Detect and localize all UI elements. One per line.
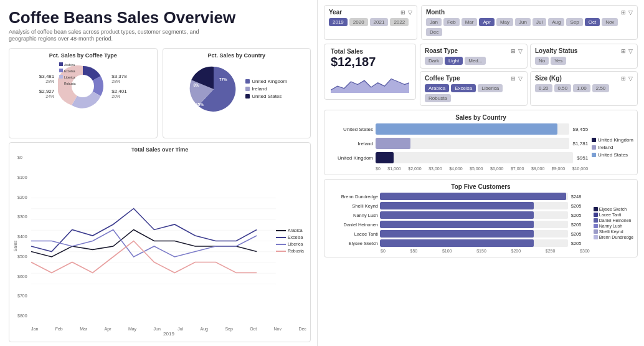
month-btn-jun[interactable]: Jun	[515, 18, 531, 26]
cust-row-brenn: Brenn Dundredge $248	[328, 193, 590, 200]
size-btn-250[interactable]: 2.50	[592, 84, 610, 92]
bar-fill-uk	[376, 152, 394, 163]
y-label-800: $800	[17, 314, 31, 318]
month-btn-aug[interactable]: Aug	[548, 18, 564, 26]
size-btn-100[interactable]: 1.00	[573, 84, 590, 92]
legend-arabica: Arabica	[276, 228, 304, 233]
cust-x-axis: $0$50$100$150$200$250$300	[328, 249, 590, 253]
coffee-btn-robusta[interactable]: Robusta	[425, 94, 451, 102]
size-filter-buttons: 0.20 0.50 1.00 2.50	[535, 84, 633, 92]
coffee-type-filter-icon[interactable]: ⊞	[511, 75, 516, 82]
sales-by-country-content: United States $9,455 Ireland $1,781	[328, 123, 633, 171]
donut-area: $3,481 28% $2,927 24%	[13, 61, 153, 111]
cust-track-daniel	[380, 221, 568, 228]
y-label-500: $500	[17, 254, 31, 259]
roast-filter-buttons: Dark Light Med...	[425, 57, 523, 65]
total-sales-col: Total Sales $12,187	[324, 44, 416, 106]
cust-val-daniel: $205	[571, 222, 590, 228]
coffee-type-filter-icons: ⊞ ▽	[511, 75, 523, 82]
month-btn-may[interactable]: May	[496, 18, 513, 26]
svg-text:Liberica: Liberica	[64, 75, 75, 79]
size-btn-020[interactable]: 0.20	[535, 84, 552, 92]
loyalty-btn-yes[interactable]: Yes	[551, 57, 566, 65]
bar-legend-us-dot	[592, 153, 596, 157]
bar-row-uk: United Kingdom $951	[328, 152, 588, 163]
coffee-btn-liberica[interactable]: Liberica	[478, 84, 503, 92]
cust-legend-shelli-dot	[594, 229, 598, 234]
cust-name-lacee: Lacee Tanti	[328, 231, 378, 237]
legend-ireland: Ireland	[245, 86, 287, 92]
month-btn-dec[interactable]: Dec	[426, 28, 442, 36]
roast-btn-dark[interactable]: Dark	[425, 57, 443, 65]
year-btn-2022[interactable]: 2022	[390, 18, 409, 26]
year-label: 2019	[17, 331, 306, 337]
year-filter-icons: ⊞ ▽	[400, 9, 412, 16]
donut-labels-right: $3,378 28% $2,401 20%	[111, 74, 126, 99]
year-btn-2019[interactable]: 2019	[329, 18, 348, 26]
coffee-type-filter-funnel[interactable]: ▽	[518, 75, 523, 82]
bar-legend-us: United States	[592, 152, 633, 158]
svg-rect-7	[59, 81, 63, 85]
legend-uk-dot	[245, 79, 250, 84]
size-btn-050[interactable]: 0.50	[554, 84, 572, 92]
cust-name-brenn: Brenn Dundredge	[328, 194, 378, 199]
year-filter-title: Year	[329, 9, 342, 16]
roast-btn-med[interactable]: Med...	[465, 57, 486, 65]
year-filter-buttons: 2019 2020 2021 2022	[329, 18, 412, 26]
size-filter-box: Size (Kg) ⊞ ▽ 0.20 0.50 1.00 2.50	[530, 71, 638, 106]
loyalty-btn-no[interactable]: No	[535, 57, 549, 65]
svg-text:Arabica: Arabica	[64, 63, 75, 67]
size-filter-icons: ⊞ ▽	[621, 75, 633, 82]
bar-country-ireland: Ireland	[328, 141, 373, 147]
cust-legend-nanny: Nanny Lush	[594, 224, 633, 228]
year-btn-2020[interactable]: 2020	[349, 18, 368, 26]
x-apr: Apr	[105, 327, 111, 331]
cust-legend-daniel: Daniel Heinonen	[594, 218, 633, 223]
svg-text:15%: 15%	[196, 102, 204, 107]
coffee-btn-arabica[interactable]: Arabica	[425, 84, 449, 92]
loyalty-filter-icon[interactable]: ⊞	[621, 48, 626, 54]
legend-liberica-label: Liberica	[288, 242, 303, 246]
cust-legend-elysee-label: Elysee Sketch	[599, 207, 627, 211]
coffee-btn-excelsa[interactable]: Excelsa	[451, 84, 476, 92]
size-filter-icon[interactable]: ⊞	[621, 75, 626, 82]
top-customers-box: Top Five Customers Brenn Dundredge $248 …	[324, 179, 638, 257]
total-sales-value: $12,187	[331, 55, 409, 69]
roast-filter-icon[interactable]: ⊞	[511, 48, 516, 54]
month-btn-nov[interactable]: Nov	[602, 18, 618, 26]
year-filter-funnel[interactable]: ▽	[408, 9, 412, 16]
cust-val-nanny: $205	[571, 213, 590, 218]
month-filter-icon[interactable]: ⊞	[621, 9, 626, 16]
legend-us-dot	[245, 94, 250, 99]
month-filter-funnel[interactable]: ▽	[628, 9, 633, 16]
month-btn-oct[interactable]: Oct	[585, 18, 600, 26]
cust-fill-elysee	[380, 239, 534, 247]
donut-label-liberica: $2,927 24%	[39, 89, 54, 99]
size-filter-funnel[interactable]: ▽	[628, 75, 633, 82]
sales-axis-label: Sales	[13, 241, 17, 252]
legend-ireland-dot	[245, 87, 250, 91]
y-label-200: $200	[17, 195, 31, 199]
year-btn-2021[interactable]: 2021	[370, 18, 389, 26]
roast-btn-light[interactable]: Light	[445, 57, 463, 65]
loyalty-filter-funnel[interactable]: ▽	[628, 48, 633, 54]
x-feb: Feb	[55, 327, 63, 331]
roast-filter-funnel[interactable]: ▽	[518, 48, 523, 54]
y-label-0: $0	[17, 155, 31, 160]
legend-uk-label: United Kingdom	[252, 79, 287, 84]
cust-row-shelli: Shelli Keynd $205	[328, 202, 590, 209]
customer-bars: Brenn Dundredge $248 Shelli Keynd $205	[328, 193, 590, 253]
month-btn-sep[interactable]: Sep	[566, 18, 582, 26]
sales-bars: United States $9,455 Ireland $1,781	[328, 123, 588, 171]
bar-legend-uk-dot	[592, 138, 596, 142]
month-btn-apr[interactable]: Apr	[479, 18, 494, 26]
year-filter-icon[interactable]: ⊞	[400, 9, 405, 16]
month-btn-jan[interactable]: Jan	[426, 18, 442, 26]
month-btn-mar[interactable]: Mar	[462, 18, 478, 26]
x-aug: Aug	[201, 327, 208, 331]
svg-text:Robusta: Robusta	[64, 82, 76, 85]
year-filter-header: Year ⊞ ▽	[329, 9, 412, 16]
month-btn-jul[interactable]: Jul	[533, 18, 546, 26]
pie-legend: United Kingdom Ireland United States	[245, 79, 287, 99]
month-btn-feb[interactable]: Feb	[443, 18, 460, 26]
